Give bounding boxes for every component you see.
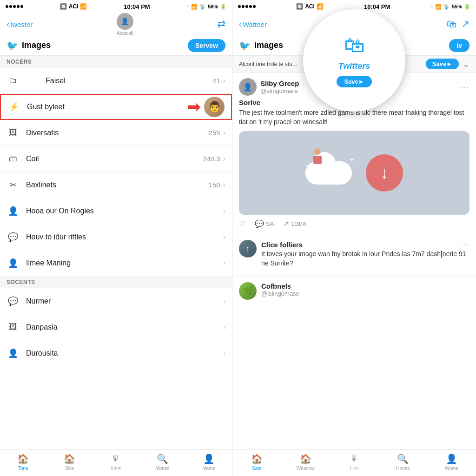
left-nav-icon[interactable]: ⇄ (217, 18, 225, 30)
right-twitter-bird-icon: 🐦 (239, 40, 251, 51)
cloud-scene: ✦ ✦ (305, 161, 352, 185)
tab-mones[interactable]: 🔍 Mones (139, 450, 185, 474)
tone-home-icon: 🏠 (17, 453, 29, 464)
list-item[interactable]: 🗂 Faisel 41 › (0, 68, 232, 94)
right-battery-area: ↑ 📶 📡 55% 🔋 (430, 4, 470, 10)
tweet2-name: Clice folliers (261, 241, 303, 249)
tab-sive[interactable]: 🏠 Sive (46, 450, 93, 474)
wome-person-icon: 👤 (446, 453, 457, 464)
breadcrumb-actions: Save► ⌄ (426, 59, 469, 69)
tab-tone[interactable]: 🏠 Tone (0, 450, 46, 474)
left-carrier: 🔲 ACI 📶 (60, 3, 87, 10)
overlay-bag-icon: 🛍 (344, 33, 364, 57)
tab-sane[interactable]: 🎙 Sane (93, 450, 139, 474)
right-content: 👤 Sliby Greep @simgdimare ··· Sorive The… (232, 73, 476, 449)
ilmee-label: Ilmee Maning (26, 259, 223, 267)
tweet1-handle: @simgdimare (260, 87, 299, 94)
right-brand: 🐦 images (239, 40, 283, 51)
tweet1-user-details: Sliby Greep @simgdimare (260, 79, 299, 94)
coil-icon: 🗃 (7, 154, 20, 164)
overlay-save-button[interactable]: Save► (337, 76, 371, 87)
left-battery-area: ↑ 📶 📡 56% 🔋 (186, 4, 226, 10)
tweet1-more-btn[interactable]: ··· (460, 82, 469, 92)
left-signal (6, 5, 23, 8)
tab-wnenow[interactable]: 🏠 Wnenow (281, 450, 330, 474)
tab-flon[interactable]: 🎙 Flon (330, 450, 379, 474)
coil-label: Coil (26, 155, 203, 163)
tab-mame[interactable]: 👤 Mame (185, 450, 232, 474)
breadcrumb-expand-icon[interactable]: ⌄ (463, 59, 469, 69)
left-header: 🐦 images Servew (0, 35, 232, 56)
right-share-icon[interactable]: ↗ (461, 18, 469, 30)
left-tab-bar: 🏠 Tone 🏠 Sive 🎙 Sane 🔍 Mones 👤 Mame (0, 449, 232, 476)
list-item[interactable]: 🗃 Coil 244.3 › (0, 146, 232, 172)
nurmer-icon: 💬 (7, 296, 20, 306)
left-back-btn[interactable]: ‹ Iwester (7, 20, 33, 29)
diversatis-chevron-icon: › (223, 129, 225, 137)
tab-sate[interactable]: 🏠 Sate (232, 450, 281, 474)
danpasia-label: Danpasia (26, 323, 223, 331)
tweet1-actions: ♡ 💬 SA ↗ 101% (239, 219, 469, 228)
red-arrow-icon: ➡ (187, 97, 201, 117)
list-item[interactable]: ✂ Baxlinets 150 › (0, 172, 232, 198)
wnenow-home-icon: 🏠 (300, 453, 311, 464)
coil-value: 244.3 (203, 155, 220, 163)
faisel-value: 41 (212, 77, 220, 85)
tweet1-image-content: ✦ ✦ ↓ (239, 131, 469, 215)
right-back-label: Watteer (243, 20, 267, 28)
left-nav-bar: ‹ Iwester 👤 Autocall ⇄ (0, 13, 232, 35)
danpasia-icon: 🖼 (7, 322, 20, 332)
breadcrumb-text: Alcont one tnile te stu... (239, 61, 297, 67)
right-bag-icon[interactable]: 🛍 (446, 18, 456, 30)
list-item[interactable]: 🖼 Danpasia › (0, 314, 232, 340)
right-panel: 🛍 Twitters Save► 🔲 ACI 📶 10:04 PM ↑ 📶 📡 … (232, 0, 476, 476)
overlay-text: Twitters (338, 61, 370, 71)
ilmee-chevron-icon: › (223, 259, 225, 267)
tweet1-user-info: 👤 Sliby Greep @simgdimare (239, 78, 299, 96)
gust-byleet-item[interactable]: ⚡ Gust byleet ➡ 👨 (0, 94, 232, 120)
list-item[interactable]: 👤 Ilmee Maning › (0, 250, 232, 276)
cloud-shape (305, 161, 352, 185)
left-nav-avatar: 👤 (117, 13, 133, 30)
faisel-icon: 🗂 (7, 76, 20, 86)
sane-mic-icon: 🎙 (111, 453, 120, 464)
tweet1-name: Sliby Greep (260, 79, 299, 87)
tweet3-name: Cofbnels (261, 282, 469, 290)
list-item[interactable]: 👤 Durousita › (0, 340, 232, 366)
tweet2-more-btn[interactable]: ··· (460, 240, 469, 250)
tweet2-avatar: ↑ (239, 240, 257, 258)
tweet2-body-col: Clice folliers ··· It toves your image w… (261, 240, 469, 272)
tweet1-comment-btn[interactable]: 💬 SA (255, 219, 274, 228)
breadcrumb-save-button[interactable]: Save► (426, 59, 459, 69)
list-item[interactable]: 🖼 Diversatis 255 › (0, 120, 232, 146)
tweet1-like-btn[interactable]: ♡ (239, 219, 245, 228)
right-carrier: 🔲 ACI 📶 (296, 3, 324, 10)
right-iv-button[interactable]: iv (449, 39, 469, 52)
tab-wome[interactable]: 👤 Wome (427, 450, 476, 474)
tweet-card-2: ↑ Clice folliers ··· It toves your image… (232, 234, 476, 277)
tweet1-comment-count: SA (266, 220, 274, 227)
houv-chevron-icon: › (223, 233, 225, 241)
tweet1-image: ✦ ✦ ↓ (239, 131, 469, 215)
houv-icon: 💬 (7, 232, 20, 242)
baxlinets-icon: ✂ (7, 180, 20, 190)
right-back-btn[interactable]: ‹ Watteer (239, 20, 267, 29)
left-time: 10:04 PM (124, 3, 150, 10)
overlay-popup: 🛍 Twitters Save► (303, 9, 405, 112)
list-item[interactable]: 💬 Nurmer › (0, 288, 232, 314)
share-icon: ↗ (283, 219, 289, 228)
faisel-chevron-icon: › (223, 77, 225, 85)
left-servew-button[interactable]: Servew (188, 39, 225, 52)
durousita-label: Durousita (26, 349, 223, 357)
right-back-chevron-icon: ‹ (239, 20, 242, 29)
heart-icon: ♡ (239, 219, 245, 228)
baxlinets-label: Baxlinets (26, 181, 209, 189)
overlay-content: 🛍 Twitters Save► (337, 33, 371, 87)
tweet1-share-btn[interactable]: ↗ 101% (283, 219, 306, 228)
tab-hones[interactable]: 🔍 Hones (378, 450, 427, 474)
figure (312, 148, 323, 164)
diversatis-label: Diversatis (26, 129, 209, 137)
list-item[interactable]: 💬 Houv to idur rittles › (0, 224, 232, 250)
list-item[interactable]: 👤 Hooa our On Rogies › (0, 198, 232, 224)
left-autocall-label: Autocall (117, 31, 133, 36)
